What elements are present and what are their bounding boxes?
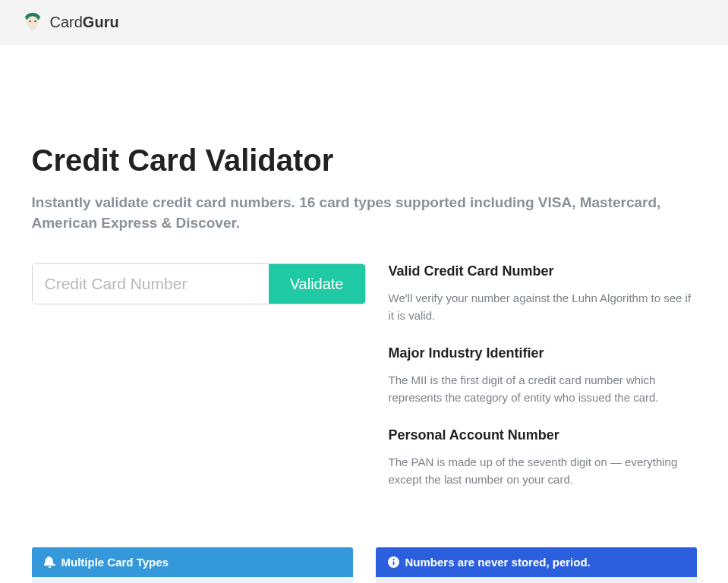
feature-card-header: Numbers are never stored, period. [376, 547, 697, 577]
info-title: Valid Credit Card Number [389, 263, 697, 279]
bell-icon [44, 556, 55, 568]
feature-card-title: Numbers are never stored, period. [405, 556, 591, 569]
svg-point-6 [392, 559, 394, 560]
svg-point-2 [29, 20, 30, 22]
feature-card-never-stored: Numbers are never stored, period. [376, 547, 697, 583]
card-number-input[interactable] [33, 264, 269, 304]
feature-card-body [32, 577, 353, 583]
info-body: The PAN is made up of the seventh digit … [389, 454, 697, 488]
svg-point-3 [34, 20, 36, 22]
brand-text[interactable]: CardGuru [50, 14, 119, 31]
feature-card-multiple-types: Multiple Card Types [32, 547, 353, 583]
page-subtitle: Instantly validate credit card numbers. … [32, 193, 697, 233]
header: CardGuru [0, 0, 728, 45]
info-title: Major Industry Identifier [389, 345, 697, 361]
info-circle-icon [388, 556, 399, 568]
validate-button[interactable]: Validate [269, 264, 365, 304]
info-column: Valid Credit Card Number We'll verify yo… [389, 263, 697, 509]
info-block: Valid Credit Card Number We'll verify yo… [389, 263, 697, 324]
feature-card-title: Multiple Card Types [61, 556, 169, 569]
page-title: Credit Card Validator [32, 143, 697, 178]
info-body: We'll verify your number against the Luh… [389, 290, 697, 324]
info-title: Personal Account Number [389, 427, 697, 443]
svg-rect-5 [392, 562, 394, 566]
validate-input-group: Validate [32, 263, 366, 304]
info-block: Personal Account Number The PAN is made … [389, 427, 697, 488]
feature-card-header: Multiple Card Types [32, 547, 353, 577]
brand-logo-icon [23, 11, 43, 33]
feature-card-body [376, 577, 697, 583]
info-block: Major Industry Identifier The MII is the… [389, 345, 697, 406]
info-body: The MII is the first digit of a credit c… [389, 372, 697, 406]
form-column: Validate [32, 263, 366, 509]
